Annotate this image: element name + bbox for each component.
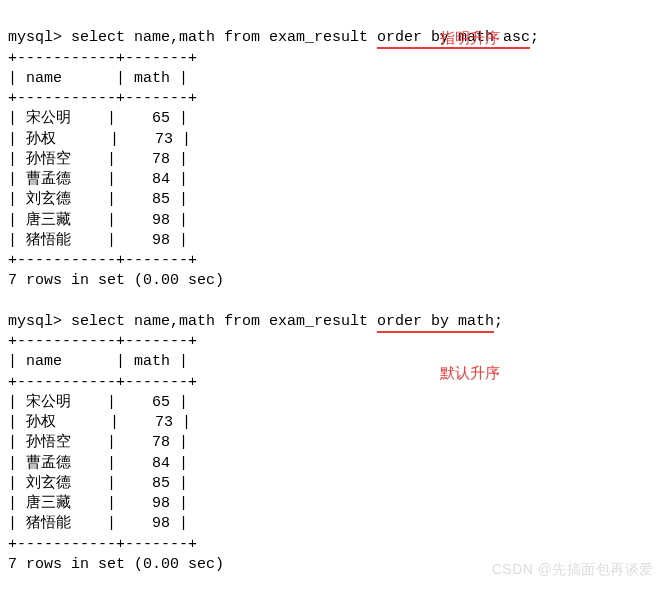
table-border: +-----------+-------+ [8, 50, 197, 67]
query-text: select name,math from exam_result [71, 29, 377, 46]
mysql-prompt: mysql> [8, 313, 71, 330]
table-row: | 曹孟德 | 84 | [8, 455, 188, 472]
table-row: | 猪悟能 | 98 | [8, 232, 188, 249]
mysql-prompt: mysql> [8, 29, 71, 46]
table-row: | 孙权 | 73 | [8, 414, 191, 431]
table-row: | 刘玄德 | 85 | [8, 475, 188, 492]
query-suffix: ; [530, 29, 539, 46]
table-border: +-----------+-------+ [8, 90, 197, 107]
col-header-name: name [26, 353, 116, 370]
rows-in-set: 7 rows in set (0.00 sec) [8, 556, 224, 573]
col-header-math: math [134, 353, 170, 370]
mysql-terminal-block-1: mysql> select name,math from exam_result… [8, 8, 658, 575]
table-row: | 宋公明 | 65 | [8, 394, 188, 411]
table-row: | 孙权 | 73 | [8, 131, 191, 148]
table-row: | 孙悟空 | 78 | [8, 434, 188, 451]
query-suffix: ; [494, 313, 503, 330]
col-header-name: name [26, 70, 116, 87]
table-border: +-----------+-------+ [8, 536, 197, 553]
table-row: | 刘玄德 | 85 | [8, 191, 188, 208]
table-border: +-----------+-------+ [8, 374, 197, 391]
col-header-math: math [134, 70, 170, 87]
table-row: | 唐三藏 | 98 | [8, 212, 188, 229]
annotation-default-asc: 默认升序 [440, 363, 500, 383]
table-border: +-----------+-------+ [8, 333, 197, 350]
rows-in-set: 7 rows in set (0.00 sec) [8, 272, 224, 289]
order-by-clause: order by math [377, 313, 494, 333]
table-row: | 孙悟空 | 78 | [8, 151, 188, 168]
annotation-explicit-asc: 指明升序 [440, 28, 500, 48]
query-text: select name,math from exam_result [71, 313, 377, 330]
table-row: | 猪悟能 | 98 | [8, 515, 188, 532]
table-header-row: | name | math | [8, 70, 188, 87]
table-border: +-----------+-------+ [8, 252, 197, 269]
table-row: | 宋公明 | 65 | [8, 110, 188, 127]
table-row: | 唐三藏 | 98 | [8, 495, 188, 512]
table-row: | 曹孟德 | 84 | [8, 171, 188, 188]
csdn-watermark: CSDN @先搞面包再谈爱 [492, 560, 654, 579]
table-header-row: | name | math | [8, 353, 188, 370]
